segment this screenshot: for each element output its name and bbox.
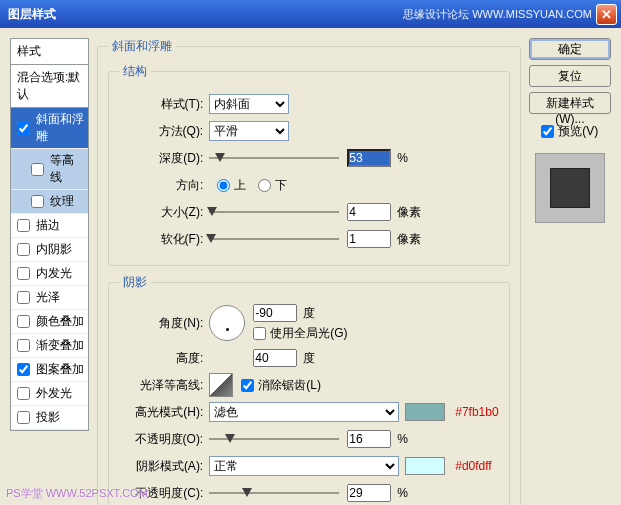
technique-select[interactable]: 平滑 (209, 121, 289, 141)
technique-label: 方法(Q): (119, 123, 209, 140)
global-light-label: 使用全局光(G) (270, 325, 347, 342)
highlight-opacity-slider[interactable] (209, 431, 339, 447)
style-item-label: 斜面和浮雕 (36, 111, 84, 145)
style-item-11[interactable]: 投影 (11, 406, 88, 430)
size-unit: 像素 (397, 204, 421, 221)
style-item-checkbox[interactable] (17, 363, 30, 376)
sidebar-header: 样式 (10, 38, 89, 65)
shading-group: 阴影 角度(N): 度 使用全局光(G) (108, 274, 509, 505)
style-item-label: 颜色叠加 (36, 313, 84, 330)
style-item-9[interactable]: 图案叠加 (11, 358, 88, 382)
shadow-hex: #d0fdff (455, 459, 491, 473)
new-style-button[interactable]: 新建样式(W)... (529, 92, 611, 114)
highlight-color-swatch[interactable] (405, 403, 445, 421)
depth-label: 深度(D): (119, 150, 209, 167)
highlight-mode-label: 高光模式(H): (119, 404, 209, 421)
style-item-6[interactable]: 光泽 (11, 286, 88, 310)
depth-unit: % (397, 151, 408, 165)
style-item-label: 图案叠加 (36, 361, 84, 378)
structure-group: 结构 样式(T): 内斜面 方法(Q): 平滑 深度(D): % 方向: (108, 63, 509, 266)
size-input[interactable] (347, 203, 391, 221)
style-item-label: 纹理 (50, 193, 74, 210)
style-item-4[interactable]: 内阴影 (11, 238, 88, 262)
style-item-label: 描边 (36, 217, 60, 234)
shadow-mode-select[interactable]: 正常 (209, 456, 399, 476)
preview-thumbnail (535, 153, 605, 223)
style-item-0[interactable]: 斜面和浮雕 (11, 108, 88, 149)
styles-sidebar: 样式 混合选项:默认 斜面和浮雕等高线纹理描边内阴影内发光光泽颜色叠加渐变叠加图… (10, 38, 89, 499)
style-item-2[interactable]: 纹理 (11, 190, 88, 214)
style-item-8[interactable]: 渐变叠加 (11, 334, 88, 358)
style-item-5[interactable]: 内发光 (11, 262, 88, 286)
style-item-checkbox[interactable] (17, 387, 30, 400)
style-item-label: 投影 (36, 409, 60, 426)
direction-label: 方向: (119, 177, 209, 194)
global-light-checkbox[interactable] (253, 327, 266, 340)
altitude-input[interactable] (253, 349, 297, 367)
size-label: 大小(Z): (119, 204, 209, 221)
soften-label: 软化(F): (119, 231, 209, 248)
soften-input[interactable] (347, 230, 391, 248)
style-item-label: 光泽 (36, 289, 60, 306)
highlight-opacity-label: 不透明度(O): (119, 431, 209, 448)
gloss-contour-picker[interactable] (209, 373, 233, 397)
structure-legend: 结构 (119, 63, 151, 80)
group-title: 斜面和浮雕 (108, 38, 176, 55)
style-item-checkbox[interactable] (17, 243, 30, 256)
direction-down-radio[interactable] (258, 179, 271, 192)
depth-slider[interactable] (209, 150, 339, 166)
highlight-hex: #7fb1b0 (455, 405, 498, 419)
style-item-checkbox[interactable] (17, 291, 30, 304)
style-item-7[interactable]: 颜色叠加 (11, 310, 88, 334)
soften-slider[interactable] (209, 231, 339, 247)
close-button[interactable]: ✕ (596, 4, 617, 25)
style-item-1[interactable]: 等高线 (11, 149, 88, 190)
direction-up-radio[interactable] (217, 179, 230, 192)
title-bar: 图层样式 思缘设计论坛 WWW.MISSYUAN.COM ✕ (0, 0, 621, 28)
style-item-label: 内阴影 (36, 241, 72, 258)
cancel-button[interactable]: 复位 (529, 65, 611, 87)
shadow-color-swatch[interactable] (405, 457, 445, 475)
depth-input[interactable] (347, 149, 391, 167)
style-item-label: 等高线 (50, 152, 84, 186)
style-item-10[interactable]: 外发光 (11, 382, 88, 406)
titlebar-credit: 思缘设计论坛 WWW.MISSYUAN.COM (403, 7, 592, 22)
style-item-label: 渐变叠加 (36, 337, 84, 354)
shading-legend: 阴影 (119, 274, 151, 291)
style-item-checkbox[interactable] (17, 219, 30, 232)
altitude-label: 高度: (119, 350, 209, 367)
highlight-opacity-input[interactable] (347, 430, 391, 448)
antialias-checkbox[interactable] (241, 379, 254, 392)
preview-checkbox[interactable] (541, 125, 554, 138)
highlight-mode-select[interactable]: 滤色 (209, 402, 399, 422)
ok-button[interactable]: 确定 (529, 38, 611, 60)
window-title: 图层样式 (8, 6, 56, 23)
style-label: 样式(T): (119, 96, 209, 113)
style-item-checkbox[interactable] (17, 339, 30, 352)
shadow-opacity-input[interactable] (347, 484, 391, 502)
style-item-checkbox[interactable] (17, 315, 30, 328)
style-item-label: 外发光 (36, 385, 72, 402)
style-select[interactable]: 内斜面 (209, 94, 289, 114)
blend-options[interactable]: 混合选项:默认 (10, 65, 89, 108)
angle-wheel[interactable] (209, 305, 245, 341)
antialias-label: 消除锯齿(L) (258, 377, 321, 394)
style-item-label: 内发光 (36, 265, 72, 282)
style-item-checkbox[interactable] (31, 163, 44, 176)
gloss-contour-label: 光泽等高线: (119, 377, 209, 394)
shadow-opacity-slider[interactable] (209, 485, 339, 501)
size-slider[interactable] (209, 204, 339, 220)
style-item-checkbox[interactable] (17, 411, 30, 424)
shadow-mode-label: 阴影模式(A): (119, 458, 209, 475)
soften-unit: 像素 (397, 231, 421, 248)
style-item-checkbox[interactable] (17, 267, 30, 280)
style-item-checkbox[interactable] (31, 195, 44, 208)
style-item-checkbox[interactable] (17, 122, 30, 135)
bevel-emboss-group: 斜面和浮雕 结构 样式(T): 内斜面 方法(Q): 平滑 深度(D): % (97, 38, 520, 505)
watermark-left: PS学堂 WWW.52PSXT.COM (6, 486, 148, 501)
preview-label: 预览(V) (558, 123, 598, 140)
angle-input[interactable] (253, 304, 297, 322)
style-item-3[interactable]: 描边 (11, 214, 88, 238)
angle-label: 角度(N): (119, 315, 209, 332)
